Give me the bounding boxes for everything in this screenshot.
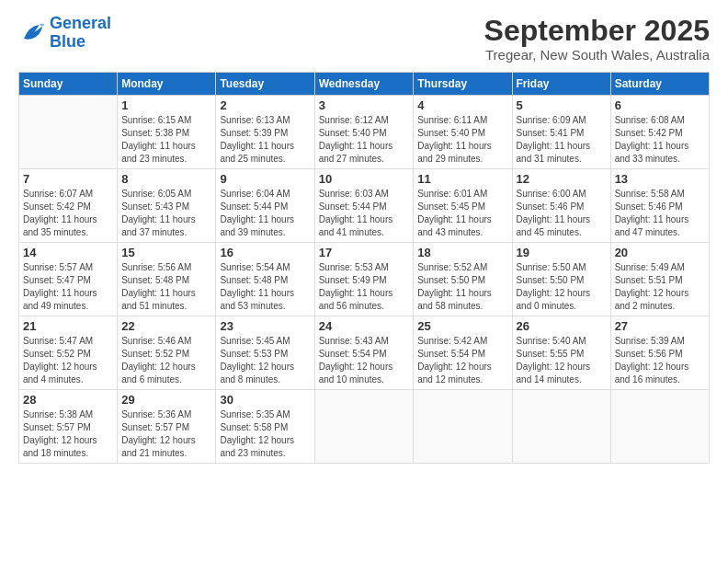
table-row: 7Sunrise: 6:07 AM Sunset: 5:42 PM Daylig… [19, 169, 118, 243]
col-sunday: Sunday [19, 73, 118, 96]
table-row: 16Sunrise: 5:54 AM Sunset: 5:48 PM Dayli… [216, 243, 314, 316]
day-info: Sunrise: 6:12 AM Sunset: 5:40 PM Dayligh… [319, 114, 410, 166]
day-number: 24 [319, 319, 410, 333]
day-info: Sunrise: 5:46 AM Sunset: 5:52 PM Dayligh… [121, 335, 211, 386]
day-info: Sunrise: 5:38 AM Sunset: 5:57 PM Dayligh… [23, 408, 113, 460]
day-number: 22 [121, 319, 211, 333]
day-info: Sunrise: 5:43 AM Sunset: 5:54 PM Dayligh… [319, 335, 410, 386]
table-row [512, 390, 610, 464]
day-info: Sunrise: 5:39 AM Sunset: 5:56 PM Dayligh… [615, 335, 705, 386]
table-row: 9Sunrise: 6:04 AM Sunset: 5:44 PM Daylig… [216, 169, 314, 243]
calendar-week-row: 21Sunrise: 5:47 AM Sunset: 5:52 PM Dayli… [19, 316, 710, 390]
day-number: 4 [417, 98, 507, 112]
day-info: Sunrise: 6:01 AM Sunset: 5:45 PM Dayligh… [417, 188, 507, 239]
day-number: 23 [220, 319, 310, 333]
day-info: Sunrise: 6:08 AM Sunset: 5:42 PM Dayligh… [615, 114, 705, 166]
day-info: Sunrise: 5:45 AM Sunset: 5:53 PM Dayligh… [220, 335, 310, 386]
day-number: 5 [517, 98, 607, 112]
day-number: 1 [121, 98, 211, 112]
table-row: 18Sunrise: 5:52 AM Sunset: 5:50 PM Dayli… [414, 243, 512, 316]
calendar-week-row: 7Sunrise: 6:07 AM Sunset: 5:42 PM Daylig… [19, 169, 710, 243]
col-wednesday: Wednesday [314, 73, 414, 96]
table-row: 5Sunrise: 6:09 AM Sunset: 5:41 PM Daylig… [512, 96, 610, 169]
calendar-week-row: 1Sunrise: 6:15 AM Sunset: 5:38 PM Daylig… [19, 96, 710, 169]
table-row: 8Sunrise: 6:05 AM Sunset: 5:43 PM Daylig… [118, 169, 216, 243]
day-info: Sunrise: 5:53 AM Sunset: 5:49 PM Dayligh… [319, 261, 410, 313]
day-info: Sunrise: 6:00 AM Sunset: 5:46 PM Dayligh… [517, 188, 607, 239]
table-row: 28Sunrise: 5:38 AM Sunset: 5:57 PM Dayli… [19, 390, 118, 464]
day-info: Sunrise: 5:42 AM Sunset: 5:54 PM Dayligh… [417, 335, 507, 386]
day-info: Sunrise: 6:11 AM Sunset: 5:40 PM Dayligh… [417, 114, 507, 166]
table-row: 10Sunrise: 6:03 AM Sunset: 5:44 PM Dayli… [314, 169, 414, 243]
day-info: Sunrise: 5:49 AM Sunset: 5:51 PM Dayligh… [615, 261, 705, 313]
logo-icon [18, 19, 46, 47]
day-number: 26 [517, 319, 607, 333]
day-info: Sunrise: 5:35 AM Sunset: 5:58 PM Dayligh… [220, 408, 310, 460]
page-header: General Blue September 2025 Tregear, New… [18, 15, 710, 63]
calendar-header-row: Sunday Monday Tuesday Wednesday Thursday… [19, 73, 710, 96]
day-number: 15 [121, 246, 211, 259]
table-row: 24Sunrise: 5:43 AM Sunset: 5:54 PM Dayli… [314, 316, 414, 390]
table-row [414, 390, 512, 464]
table-row: 1Sunrise: 6:15 AM Sunset: 5:38 PM Daylig… [118, 96, 216, 169]
table-row: 21Sunrise: 5:47 AM Sunset: 5:52 PM Dayli… [19, 316, 118, 390]
table-row: 26Sunrise: 5:40 AM Sunset: 5:55 PM Dayli… [512, 316, 610, 390]
table-row: 27Sunrise: 5:39 AM Sunset: 5:56 PM Dayli… [610, 316, 709, 390]
table-row: 25Sunrise: 5:42 AM Sunset: 5:54 PM Dayli… [414, 316, 512, 390]
col-monday: Monday [118, 73, 216, 96]
location: Tregear, New South Wales, Australia [484, 47, 710, 63]
day-number: 30 [220, 393, 310, 407]
day-info: Sunrise: 6:09 AM Sunset: 5:41 PM Dayligh… [517, 114, 607, 166]
day-info: Sunrise: 5:40 AM Sunset: 5:55 PM Dayligh… [517, 335, 607, 386]
day-info: Sunrise: 5:36 AM Sunset: 5:57 PM Dayligh… [121, 408, 211, 460]
day-info: Sunrise: 5:58 AM Sunset: 5:46 PM Dayligh… [615, 188, 705, 239]
day-number: 10 [319, 172, 410, 186]
day-number: 17 [319, 246, 410, 259]
day-number: 29 [121, 393, 211, 407]
day-info: Sunrise: 6:13 AM Sunset: 5:39 PM Dayligh… [220, 114, 310, 166]
table-row: 23Sunrise: 5:45 AM Sunset: 5:53 PM Dayli… [216, 316, 314, 390]
logo-text: General Blue [50, 15, 111, 52]
table-row: 11Sunrise: 6:01 AM Sunset: 5:45 PM Dayli… [414, 169, 512, 243]
col-thursday: Thursday [414, 73, 512, 96]
month-title: September 2025 [484, 15, 710, 47]
day-number: 3 [319, 98, 410, 112]
table-row: 20Sunrise: 5:49 AM Sunset: 5:51 PM Dayli… [610, 243, 709, 316]
table-row [19, 96, 118, 169]
day-info: Sunrise: 6:05 AM Sunset: 5:43 PM Dayligh… [121, 188, 211, 239]
day-info: Sunrise: 5:57 AM Sunset: 5:47 PM Dayligh… [23, 261, 113, 313]
day-info: Sunrise: 6:07 AM Sunset: 5:42 PM Dayligh… [23, 188, 113, 239]
calendar-week-row: 28Sunrise: 5:38 AM Sunset: 5:57 PM Dayli… [19, 390, 710, 464]
day-number: 20 [615, 246, 705, 259]
day-info: Sunrise: 5:50 AM Sunset: 5:50 PM Dayligh… [517, 261, 607, 313]
day-info: Sunrise: 5:54 AM Sunset: 5:48 PM Dayligh… [220, 261, 310, 313]
day-number: 25 [417, 319, 507, 333]
table-row: 12Sunrise: 6:00 AM Sunset: 5:46 PM Dayli… [512, 169, 610, 243]
table-row: 6Sunrise: 6:08 AM Sunset: 5:42 PM Daylig… [610, 96, 709, 169]
day-number: 27 [615, 319, 705, 333]
title-section: September 2025 Tregear, New South Wales,… [484, 15, 710, 63]
day-number: 6 [615, 98, 705, 112]
day-number: 21 [23, 319, 113, 333]
day-number: 18 [417, 246, 507, 259]
day-info: Sunrise: 5:56 AM Sunset: 5:48 PM Dayligh… [121, 261, 211, 313]
day-info: Sunrise: 5:52 AM Sunset: 5:50 PM Dayligh… [417, 261, 507, 313]
day-info: Sunrise: 6:03 AM Sunset: 5:44 PM Dayligh… [319, 188, 410, 239]
col-friday: Friday [512, 73, 610, 96]
day-number: 19 [517, 246, 607, 259]
day-number: 8 [121, 172, 211, 186]
calendar-week-row: 14Sunrise: 5:57 AM Sunset: 5:47 PM Dayli… [19, 243, 710, 316]
table-row [610, 390, 709, 464]
table-row [314, 390, 414, 464]
day-number: 9 [220, 172, 310, 186]
table-row: 4Sunrise: 6:11 AM Sunset: 5:40 PM Daylig… [414, 96, 512, 169]
table-row: 2Sunrise: 6:13 AM Sunset: 5:39 PM Daylig… [216, 96, 314, 169]
table-row: 3Sunrise: 6:12 AM Sunset: 5:40 PM Daylig… [314, 96, 414, 169]
table-row: 17Sunrise: 5:53 AM Sunset: 5:49 PM Dayli… [314, 243, 414, 316]
day-number: 12 [517, 172, 607, 186]
table-row: 14Sunrise: 5:57 AM Sunset: 5:47 PM Dayli… [19, 243, 118, 316]
day-number: 11 [417, 172, 507, 186]
day-number: 14 [23, 246, 113, 259]
table-row: 19Sunrise: 5:50 AM Sunset: 5:50 PM Dayli… [512, 243, 610, 316]
day-number: 7 [23, 172, 113, 186]
